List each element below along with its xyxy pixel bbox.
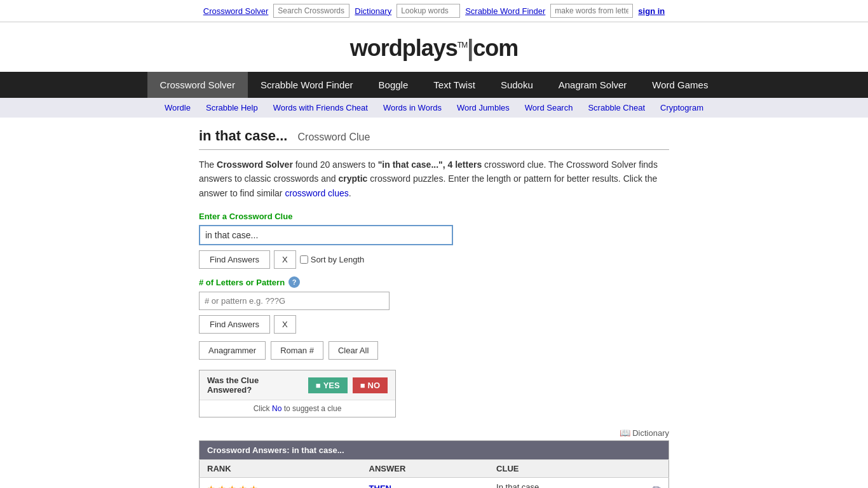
sort-by-length-label[interactable]: Sort by Length — [300, 255, 365, 264]
cross-icon: ■ — [360, 381, 365, 390]
clue-text: In that case... — [496, 482, 546, 488]
star-icon: ★ — [228, 484, 236, 488]
logo-wordplays: wordplays — [350, 35, 458, 61]
no-suggest-link[interactable]: No — [272, 404, 281, 413]
clue-label: Crossword Clue — [298, 132, 370, 142]
dictionary-link[interactable]: Dictionary — [355, 6, 391, 16]
sec-nav-scrabble-help[interactable]: Scrabble Help — [198, 102, 266, 114]
footer-text: Click — [254, 404, 272, 413]
clear-clue-button[interactable]: X — [274, 250, 296, 269]
clue-answered-question: Was the Clue Answered? — [207, 376, 303, 395]
utility-buttons: Anagrammer Roman # Clear All — [199, 341, 669, 360]
desc-clue-bold: "in that case...", 4 letters — [378, 159, 482, 170]
sort-label-text: Sort by Length — [311, 255, 365, 264]
footer-end: to suggest a clue — [281, 404, 341, 413]
desc-intro: The — [199, 159, 217, 170]
desc-period: . — [349, 188, 351, 198]
nav-boggle[interactable]: Boggle — [366, 72, 421, 98]
book-icon: 📖 — [620, 428, 630, 438]
letters-section: # of Letters or Pattern ? Find Answers X — [199, 276, 669, 334]
no-label: NO — [368, 381, 381, 390]
help-icon[interactable]: ? — [288, 276, 300, 288]
col-clue: CLUE — [489, 460, 668, 478]
nav-scrabble-word-finder[interactable]: Scrabble Word Finder — [248, 72, 366, 98]
main-nav: Crossword Solver Scrabble Word Finder Bo… — [0, 72, 868, 98]
logo-tm: TM — [458, 41, 467, 50]
dictionary-link-row: 📖 Dictionary — [199, 428, 669, 438]
crossword-solver-link[interactable]: Crossword Solver — [203, 6, 269, 16]
letters-label-text: # of Letters or Pattern — [199, 278, 285, 287]
clue-answered-footer: Click No to suggest a clue — [200, 400, 395, 417]
nav-text-twist[interactable]: Text Twist — [421, 72, 488, 98]
star-icon: ★ — [207, 484, 215, 488]
clear-all-button[interactable]: Clear All — [329, 341, 378, 360]
page-title-text: in that case... — [199, 128, 287, 144]
clue-answered-header: Was the Clue Answered? ■ YES ■ NO — [200, 370, 395, 400]
sec-nav-cryptogram[interactable]: Cryptogram — [653, 102, 711, 114]
nav-sudoku[interactable]: Sudoku — [488, 72, 546, 98]
rank-cell: ★ ★ ★ ★ ★ — [200, 478, 362, 488]
pattern-input[interactable] — [199, 292, 390, 310]
results-table: Crossword Answers: in that case... RANK … — [199, 440, 669, 488]
clue-btn-row: Find Answers X Sort by Length — [199, 250, 669, 269]
edit-icon[interactable]: ✏ — [653, 482, 661, 488]
site-logo: wordplaysTM|com — [350, 35, 519, 61]
logo-com: com — [473, 35, 518, 61]
nav-word-games[interactable]: Word Games — [639, 72, 721, 98]
table-row: ★ ★ ★ ★ ★ THEN In that case... ✏ — [200, 478, 669, 488]
star-icon: ★ — [239, 484, 247, 488]
clear-pattern-button[interactable]: X — [274, 315, 296, 334]
sort-by-length-checkbox[interactable] — [300, 255, 308, 264]
yes-label: YES — [323, 381, 340, 390]
top-bar: Crossword Solver Dictionary Scrabble Wor… — [0, 0, 868, 22]
sec-nav-word-jumbles[interactable]: Word Jumbles — [449, 102, 517, 114]
find-answers-pattern-button[interactable]: Find Answers — [199, 315, 270, 334]
crossword-clues-link[interactable]: crossword clues — [285, 188, 348, 198]
yes-button[interactable]: ■ YES — [308, 377, 348, 393]
crossword-search-input[interactable] — [273, 4, 349, 18]
clue-section-label: Enter a Crossword Clue — [199, 212, 669, 221]
clue-answered-box: Was the Clue Answered? ■ YES ■ NO Click … — [199, 370, 396, 417]
clue-cell: In that case... ✏ — [489, 478, 668, 488]
dictionary-search-input[interactable] — [397, 4, 460, 18]
checkmark-icon: ■ — [316, 381, 321, 390]
results-header: Crossword Answers: in that case... — [200, 441, 669, 460]
letters-btn-row: Find Answers X — [199, 315, 669, 334]
clue-input[interactable] — [199, 225, 453, 245]
letters-section-label: # of Letters or Pattern ? — [199, 276, 669, 288]
secondary-nav: Wordle Scrabble Help Words with Friends … — [0, 98, 868, 118]
col-answer: ANSWER — [362, 460, 489, 478]
description: The Crossword Solver found 20 answers to… — [199, 158, 669, 200]
no-button[interactable]: ■ NO — [353, 377, 388, 393]
star-icon: ★ — [218, 484, 226, 488]
clue-input-row — [199, 225, 669, 245]
col-rank: RANK — [200, 460, 362, 478]
logo-bar: wordplaysTM|com — [0, 22, 868, 72]
sec-nav-scrabble-cheat[interactable]: Scrabble Cheat — [580, 102, 653, 114]
sec-nav-wordle[interactable]: Wordle — [157, 102, 198, 114]
desc-mid: found 20 answers to — [293, 159, 378, 170]
anagrammer-button[interactable]: Anagrammer — [199, 341, 266, 360]
scrabble-word-finder-link[interactable]: Scrabble Word Finder — [465, 6, 545, 16]
desc-crossword-solver: Crossword Solver — [217, 159, 293, 170]
sign-in-link[interactable]: sign in — [638, 6, 665, 16]
nav-anagram-solver[interactable]: Anagram Solver — [546, 72, 640, 98]
dictionary-icon-link[interactable]: 📖 Dictionary — [620, 428, 669, 438]
desc-cryptic: cryptic — [338, 173, 367, 184]
answer-cell: THEN — [362, 478, 489, 488]
sec-nav-words-in-words[interactable]: Words in Words — [376, 102, 449, 114]
find-answers-button[interactable]: Find Answers — [199, 250, 270, 269]
sec-nav-word-search[interactable]: Word Search — [517, 102, 581, 114]
dictionary-link-text: Dictionary — [632, 428, 669, 438]
scrabble-search-input[interactable] — [550, 4, 633, 18]
logo-pipe: | — [467, 35, 473, 61]
nav-crossword-solver[interactable]: Crossword Solver — [147, 72, 248, 98]
page-title: in that case... Crossword Clue — [199, 128, 669, 150]
star-icon: ★ — [250, 484, 258, 488]
main-content: in that case... Crossword Clue The Cross… — [186, 118, 682, 488]
sec-nav-words-with-friends[interactable]: Words with Friends Cheat — [266, 102, 376, 114]
roman-number-button[interactable]: Roman # — [271, 341, 323, 360]
answer-link[interactable]: THEN — [369, 484, 391, 488]
